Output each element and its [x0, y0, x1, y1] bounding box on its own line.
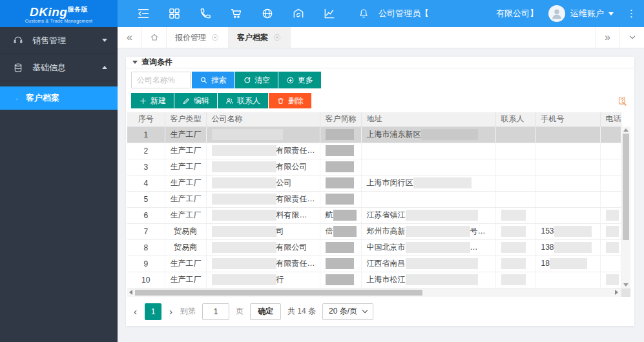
confirm-page-button[interactable]: 确定	[250, 303, 281, 320]
collapse-caret-icon	[132, 61, 138, 64]
pencil-icon	[182, 97, 191, 105]
tab-close-icon[interactable]	[273, 33, 282, 42]
chevrons-right-icon[interactable]: »	[595, 27, 619, 48]
phone-icon[interactable]	[199, 7, 212, 20]
apps-grid-icon[interactable]	[168, 7, 181, 20]
scroll-up-icon[interactable]	[623, 128, 628, 132]
create-button[interactable]: 新建	[131, 93, 174, 108]
scroll-down-icon[interactable]	[623, 283, 628, 287]
cell-text: 8	[143, 243, 148, 252]
table-cell	[600, 143, 621, 159]
redacted-data	[406, 210, 478, 221]
table-row[interactable]: 6生产工厂料有限…航江苏省镇江	[127, 207, 621, 223]
app-logo[interactable]: DKing服务版 Customs & Trade Management	[0, 0, 118, 27]
table-cell	[600, 239, 621, 256]
table-cell	[600, 223, 621, 239]
table-row[interactable]: 8贸易商有限公司中国北京市…138	[127, 239, 621, 256]
cell-text: 生产工厂	[171, 210, 202, 219]
table-row[interactable]: 3生产工厂有限公司	[127, 159, 621, 175]
redacted-data	[501, 226, 526, 237]
table-cell: 生产工厂	[165, 191, 206, 207]
contacts-button[interactable]: 联系人	[218, 93, 268, 108]
table-row[interactable]: 10生产工厂行上海市松江	[127, 272, 621, 288]
chevron-down-icon[interactable]	[619, 27, 644, 48]
more-menu-icon[interactable]: ⋮	[627, 10, 636, 17]
tab-active[interactable]: 客户档案	[229, 27, 291, 48]
tab-item[interactable]: 报价管理	[167, 27, 229, 48]
clipboard-help-icon[interactable]	[617, 96, 628, 106]
home-icon[interactable]	[142, 27, 167, 48]
table-cell	[535, 143, 600, 159]
cart-icon[interactable]	[230, 7, 243, 20]
bell-icon[interactable]	[358, 8, 369, 19]
table-cell	[535, 272, 600, 288]
chevrons-left-icon[interactable]: «	[118, 27, 142, 48]
scroll-left-icon[interactable]	[129, 290, 132, 295]
table-cell: 倍	[320, 223, 361, 239]
avatar[interactable]	[548, 5, 565, 22]
redacted-data	[212, 226, 276, 237]
cell-text: 生产工厂	[171, 259, 202, 268]
prev-page-button[interactable]: ‹	[132, 306, 138, 317]
table-cell	[361, 191, 495, 207]
sidebar-subitem-customer-archive[interactable]: · 客户档案	[0, 86, 118, 110]
table-cell	[320, 239, 361, 256]
search-button[interactable]: 搜索	[192, 72, 234, 88]
edit-button[interactable]: 编辑	[174, 93, 217, 108]
table-cell	[495, 191, 535, 207]
table-cell: 138	[535, 239, 600, 256]
cell-text: 贸易商	[174, 243, 197, 252]
warehouse-icon[interactable]	[292, 7, 305, 20]
delete-button[interactable]: 删除	[269, 93, 311, 108]
vertical-scroll-thumb[interactable]	[623, 134, 629, 240]
page-unit-label: 页	[236, 306, 244, 317]
table-cell	[495, 126, 535, 143]
redacted-data	[554, 242, 592, 253]
globe-icon[interactable]	[261, 7, 274, 20]
table-cell: 7	[127, 223, 165, 239]
menu-collapse-icon[interactable]	[137, 7, 150, 20]
redacted-data	[413, 177, 472, 188]
table-cell	[495, 175, 535, 191]
table-cell	[495, 239, 535, 256]
chart-icon[interactable]	[323, 7, 336, 20]
page-input[interactable]	[202, 303, 229, 320]
table-row[interactable]: 2生产工厂有限责任…	[127, 143, 621, 159]
clear-button[interactable]: 清空	[235, 72, 278, 88]
table-cell: 司	[206, 223, 320, 239]
table-row[interactable]: 1生产工厂上海市浦东新区	[127, 126, 621, 143]
cell-text: 上海市松江	[367, 275, 406, 284]
account-menu[interactable]: 运维账户	[570, 8, 614, 19]
next-page-button[interactable]: ›	[168, 306, 174, 317]
page-size-select[interactable]: 20 条/页	[322, 303, 373, 320]
table-cell	[206, 126, 320, 143]
tab-close-icon[interactable]	[211, 33, 220, 42]
table-cell	[495, 159, 535, 175]
company-name-input[interactable]	[131, 72, 191, 88]
bullet-dot: ·	[16, 94, 26, 103]
table-cell	[320, 143, 361, 159]
table-cell	[495, 143, 535, 159]
cell-text: 9	[143, 259, 148, 268]
table-cell	[600, 191, 621, 207]
sidebar-item-sales[interactable]: 销售管理	[0, 27, 118, 54]
query-conditions-header[interactable]: 查询条件	[126, 57, 634, 68]
cell-text: 5	[143, 195, 148, 204]
horizontal-scrollbar[interactable]	[127, 288, 630, 297]
table-cell: 3	[127, 159, 165, 175]
redacted-data	[212, 210, 276, 221]
page-number-button[interactable]: 1	[145, 303, 161, 320]
table-cell: 5	[127, 191, 165, 207]
cell-text: 倍	[326, 226, 333, 236]
horizontal-scroll-thumb[interactable]	[135, 290, 422, 296]
redacted-data	[406, 274, 478, 285]
table-row[interactable]: 4生产工厂公司上海市闵行区	[127, 175, 621, 191]
table-row[interactable]: 7贸易商司倍郑州市高新号…153	[127, 223, 621, 239]
sidebar-item-basic-info[interactable]: 基础信息	[0, 54, 118, 81]
vertical-scrollbar[interactable]	[621, 126, 630, 288]
scroll-right-icon[interactable]	[615, 290, 618, 295]
table-row[interactable]: 9生产工厂有限责任…江西省南昌18	[127, 256, 621, 272]
table-row[interactable]: 5生产工厂有限责任…	[127, 191, 621, 207]
more-filters-button[interactable]: 更多	[278, 72, 321, 88]
people-icon	[225, 97, 234, 105]
